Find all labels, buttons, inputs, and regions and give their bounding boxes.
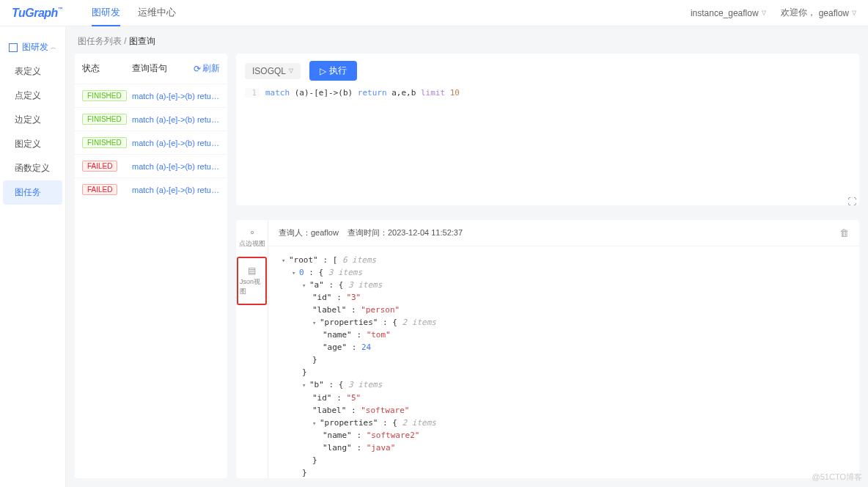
toggle-icon[interactable]: ▾ (282, 256, 289, 266)
sidebar-item-graph-task[interactable]: 图任务 (3, 180, 62, 205)
chevron-down-icon: ▽ (852, 10, 856, 16)
breadcrumb: 图任务列表 / 图查询 (66, 26, 868, 54)
view-tab-json[interactable]: ▤Json视图 (237, 257, 267, 305)
task-row[interactable]: FINISHEDmatch (a)-[e]->(b) retur... (75, 131, 227, 154)
status-badge: FAILED (82, 184, 117, 195)
status-badge: FAILED (82, 161, 117, 172)
breadcrumb-current: 图查询 (129, 36, 155, 46)
expand-icon[interactable]: ⛶ (847, 197, 856, 207)
col-query: 查询语句 (132, 62, 194, 75)
sidebar-item-graph-def[interactable]: 图定义 (0, 132, 65, 156)
line-number: 1 (245, 88, 260, 98)
sidebar-item-edge-def[interactable]: 边定义 (0, 108, 65, 132)
user-name: geaflow (819, 8, 849, 18)
query-editor-panel: ISOGQL ▽ ▷执行 1 match (a)-[e]->(b) return… (236, 54, 859, 205)
json-result: ▾"root" : [ 6 items ▾0 : { 3 items ▾"a" … (268, 246, 859, 478)
logo: TuGraph™ (12, 7, 62, 20)
status-badge: FINISHED (82, 114, 127, 125)
task-row[interactable]: FAILEDmatch (a)-[e]->(b) retur... (75, 177, 227, 201)
task-query-link[interactable]: match (a)-[e]->(b) retur... (132, 162, 220, 171)
col-status: 状态 (82, 62, 132, 75)
breadcrumb-parent[interactable]: 图任务列表 (78, 36, 122, 46)
user-dropdown[interactable]: 欢迎你， geaflow ▽ (781, 7, 856, 19)
view-tabs: ⚬点边视图 ▤Json视图 (236, 220, 268, 478)
chevron-down-icon: ▽ (289, 67, 293, 74)
status-badge: FINISHED (82, 90, 127, 101)
toggle-icon[interactable]: ▾ (312, 318, 320, 329)
sidebar: 图研发 ︿ 表定义 点定义 边定义 图定义 函数定义 图任务 (0, 26, 66, 487)
run-button[interactable]: ▷执行 (309, 61, 357, 81)
grid-icon (9, 43, 18, 52)
sidebar-section-graph-dev[interactable]: 图研发 ︿ (0, 35, 65, 59)
refresh-button[interactable]: ⟳刷新 (194, 62, 220, 75)
chevron-down-icon: ▽ (762, 10, 766, 16)
task-row[interactable]: FAILEDmatch (a)-[e]->(b) retur... (75, 154, 227, 177)
play-icon: ▷ (320, 66, 326, 76)
task-list-panel: 状态 查询语句 ⟳刷新 FINISHEDmatch (a)-[e]->(b) r… (75, 54, 227, 478)
status-badge: FINISHED (82, 137, 127, 148)
watermark: @51CTO博客 (812, 472, 862, 483)
toggle-icon[interactable]: ▾ (302, 281, 309, 291)
refresh-icon: ⟳ (194, 64, 201, 74)
task-query-link[interactable]: match (a)-[e]->(b) retur... (132, 186, 220, 194)
language-select[interactable]: ISOGQL ▽ (245, 63, 301, 79)
json-icon: ▤ (248, 266, 256, 276)
task-query-link[interactable]: match (a)-[e]->(b) retur... (132, 92, 220, 100)
result-header: 查询人：geaflow 查询时间：2023-12-04 11:52:37 🗑 (268, 220, 859, 246)
sidebar-item-function-def[interactable]: 函数定义 (0, 156, 65, 180)
task-query-link[interactable]: match (a)-[e]->(b) retur... (132, 139, 220, 147)
instance-label: instance_geaflow (691, 8, 759, 18)
view-tab-graph[interactable]: ⚬点边视图 (236, 220, 268, 256)
graph-icon: ⚬ (249, 227, 256, 238)
task-query-link[interactable]: match (a)-[e]->(b) retur... (132, 115, 220, 124)
toggle-icon[interactable]: ▾ (292, 268, 299, 279)
sidebar-item-vertex-def[interactable]: 点定义 (0, 84, 65, 108)
delete-icon[interactable]: 🗑 (839, 227, 849, 238)
chevron-up-icon: ︿ (51, 43, 56, 51)
toggle-icon[interactable]: ▾ (302, 381, 309, 391)
nav-tabs: 图研发 运维中心 (92, 0, 176, 26)
app-header: TuGraph™ 图研发 运维中心 instance_geaflow ▽ 欢迎你… (0, 0, 868, 26)
tab-ops-center[interactable]: 运维中心 (138, 0, 176, 26)
task-row[interactable]: FINISHEDmatch (a)-[e]->(b) retur... (75, 84, 227, 107)
welcome-label: 欢迎你， (781, 7, 816, 19)
toggle-icon[interactable]: ▾ (312, 419, 320, 429)
task-row[interactable]: FINISHEDmatch (a)-[e]->(b) retur... (75, 107, 227, 131)
sidebar-item-table-def[interactable]: 表定义 (0, 59, 65, 84)
result-panel: ⚬点边视图 ▤Json视图 查询人：geaflow 查询时间：2023-12-0… (236, 220, 859, 478)
instance-dropdown[interactable]: instance_geaflow ▽ (691, 8, 766, 18)
code-editor[interactable]: 1 match (a)-[e]->(b) return a,e,b limit … (236, 88, 859, 205)
tab-graph-dev[interactable]: 图研发 (92, 0, 120, 26)
